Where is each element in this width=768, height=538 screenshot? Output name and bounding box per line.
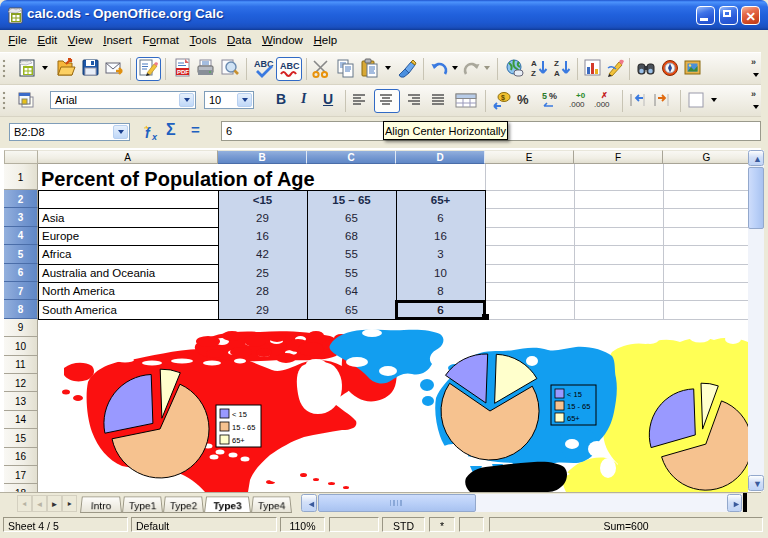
- svg-text:< 15: < 15: [567, 390, 582, 399]
- svg-text:< 15: < 15: [232, 410, 247, 419]
- svg-text:$: $: [501, 94, 505, 102]
- svg-text:.000: .000: [569, 100, 585, 109]
- svg-text:.000: .000: [594, 100, 610, 109]
- svg-text:✗: ✗: [601, 91, 608, 100]
- svg-text:Z: Z: [554, 59, 559, 68]
- svg-text:65+: 65+: [232, 436, 245, 445]
- svg-text:5: 5: [542, 91, 547, 101]
- svg-text:%: %: [549, 91, 557, 101]
- svg-text:15 - 65: 15 - 65: [567, 402, 590, 411]
- svg-text:A: A: [554, 69, 560, 78]
- svg-text:15 - 65: 15 - 65: [232, 423, 255, 432]
- svg-text:A: A: [531, 59, 537, 68]
- svg-text:+0: +0: [576, 91, 586, 100]
- svg-text:65+: 65+: [567, 414, 580, 423]
- svg-text:PDF: PDF: [177, 69, 189, 75]
- svg-text:Z: Z: [531, 69, 536, 78]
- svg-text:x: x: [151, 132, 158, 142]
- svg-text:ABC: ABC: [280, 61, 300, 71]
